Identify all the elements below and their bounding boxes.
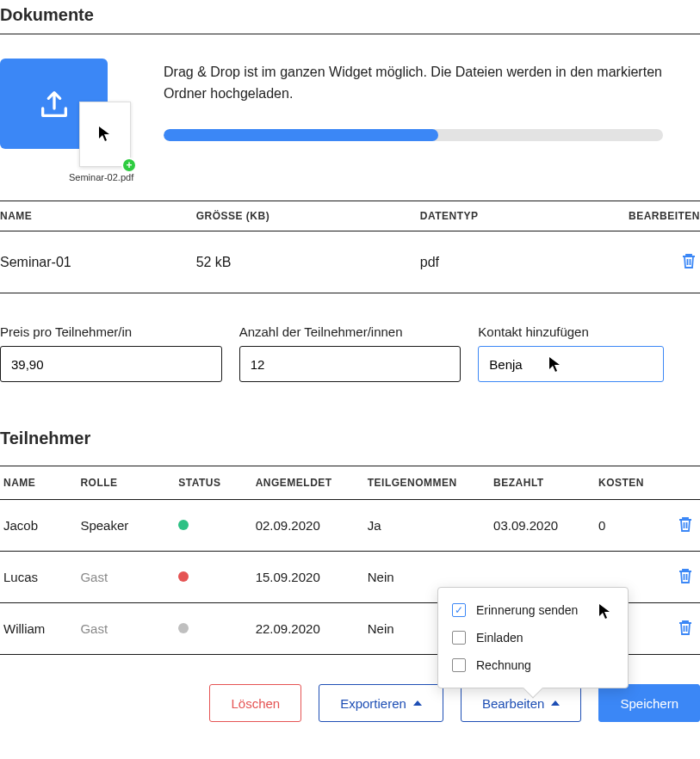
- trash-icon: [678, 567, 693, 584]
- col-cost: KOSTEN: [595, 466, 665, 500]
- menu-label: Rechnung: [476, 658, 531, 672]
- col-size: GRÖSSE (KB): [196, 201, 420, 231]
- cell-status: [175, 552, 251, 603]
- cell-role: Gast: [77, 552, 175, 603]
- price-input[interactable]: [0, 346, 222, 382]
- menu-label: Einladen: [476, 631, 523, 645]
- edit-button[interactable]: Bearbeiten: [461, 684, 582, 722]
- upload-row: + Seminar-02.pdf Drag & Drop ist im ganz…: [0, 34, 700, 166]
- cell-registered: 02.09.2020: [252, 500, 364, 552]
- cell-attended: Ja: [364, 500, 490, 552]
- delete-button[interactable]: Löschen: [209, 684, 301, 722]
- save-button[interactable]: Speichern: [598, 684, 700, 722]
- cell-status: [175, 500, 251, 552]
- cell-name: Lucas: [0, 552, 77, 603]
- status-dot-icon: [178, 623, 189, 633]
- menu-item-invoice[interactable]: Rechnung: [438, 651, 628, 679]
- file-thumbnail[interactable]: +: [79, 102, 131, 167]
- col-name: NAME: [0, 201, 196, 231]
- price-field: Preis pro Teilnehmer/in: [0, 324, 222, 382]
- uploading-file-name: Seminar-02.pdf: [69, 172, 133, 182]
- cell-status: [175, 603, 251, 655]
- edit-label: Bearbeiten: [482, 696, 545, 711]
- table-row: JacobSpeaker02.09.2020Ja03.09.20200: [0, 500, 700, 552]
- doc-size: 52 kB: [196, 231, 420, 293]
- cell-role: Speaker: [77, 500, 175, 552]
- cursor-icon: [98, 126, 112, 143]
- trash-icon: [678, 619, 693, 636]
- save-label: Speichern: [620, 696, 678, 711]
- doc-name: Seminar-01: [0, 231, 196, 293]
- upload-progress-bar: [164, 129, 663, 141]
- col-type: DATENTYP: [420, 201, 616, 231]
- cell-registered: 15.09.2020: [252, 552, 364, 603]
- trash-icon: [678, 515, 693, 533]
- cell-paid: 03.09.2020: [490, 500, 595, 552]
- documents-table: NAME GRÖSSE (KB) DATENTYP BEARBEITEN Sem…: [0, 201, 700, 293]
- count-field: Anzahl der Teilnehmer/innen: [239, 324, 462, 382]
- col-name: NAME: [0, 466, 77, 500]
- cell-role: Gast: [77, 603, 175, 655]
- delete-row-button[interactable]: [674, 615, 697, 642]
- contact-field: Kontakt hinzufügen: [478, 324, 700, 382]
- chevron-up-icon: [551, 700, 560, 706]
- upload-drop-zone[interactable]: + Seminar-02.pdf: [0, 59, 138, 149]
- col-status: STATUS: [175, 466, 251, 500]
- checkbox-checked-icon: ✓: [452, 603, 466, 617]
- participants-title: Teilnehmer: [0, 423, 700, 457]
- col-attended: TEILGENOMMEN: [364, 466, 490, 500]
- cell-name: William: [0, 603, 77, 655]
- menu-item-invite[interactable]: Einladen: [438, 624, 628, 651]
- edit-context-menu: ✓ Erinnerung senden Einladen Rechnung: [437, 587, 629, 688]
- chevron-up-icon: [413, 700, 422, 706]
- count-label: Anzahl der Teilnehmer/innen: [239, 324, 462, 339]
- menu-label: Erinnerung senden: [476, 603, 578, 617]
- export-label: Exportieren: [340, 696, 406, 711]
- export-button[interactable]: Exportieren: [319, 684, 443, 722]
- upload-hint-text: Drag & Drop ist im ganzen Widget möglich…: [164, 62, 700, 105]
- cell-name: Jacob: [0, 500, 77, 552]
- documents-title: Dokumente: [0, 0, 700, 34]
- status-dot-icon: [178, 571, 189, 582]
- col-edit: BEARBEITEN: [616, 201, 700, 231]
- delete-label: Löschen: [231, 696, 280, 711]
- col-registered: ANGEMELDET: [252, 466, 364, 500]
- delete-document-button[interactable]: [678, 249, 700, 275]
- status-dot-icon: [178, 520, 189, 530]
- delete-row-button[interactable]: [674, 564, 697, 590]
- plus-icon: +: [121, 157, 137, 173]
- count-input[interactable]: [239, 346, 462, 382]
- cell-cost: 0: [595, 500, 665, 552]
- col-paid: BEZAHLT: [490, 466, 595, 500]
- upload-progress-fill: [164, 129, 438, 141]
- cursor-icon: [598, 603, 612, 620]
- fields-row: Preis pro Teilnehmer/in Anzahl der Teiln…: [0, 324, 700, 382]
- checkbox-icon: [452, 658, 466, 672]
- delete-row-button[interactable]: [674, 512, 697, 539]
- price-label: Preis pro Teilnehmer/in: [0, 324, 222, 339]
- contact-input[interactable]: [478, 346, 664, 382]
- contact-label: Kontakt hinzufügen: [478, 324, 700, 339]
- menu-item-reminder[interactable]: ✓ Erinnerung senden: [438, 596, 628, 624]
- doc-type: pdf: [420, 231, 616, 293]
- upload-icon: [37, 87, 71, 121]
- checkbox-icon: [452, 631, 466, 645]
- table-row: Seminar-01 52 kB pdf: [0, 231, 700, 293]
- trash-icon: [681, 252, 697, 269]
- cell-registered: 22.09.2020: [252, 603, 364, 655]
- col-role: ROLLE: [77, 466, 175, 500]
